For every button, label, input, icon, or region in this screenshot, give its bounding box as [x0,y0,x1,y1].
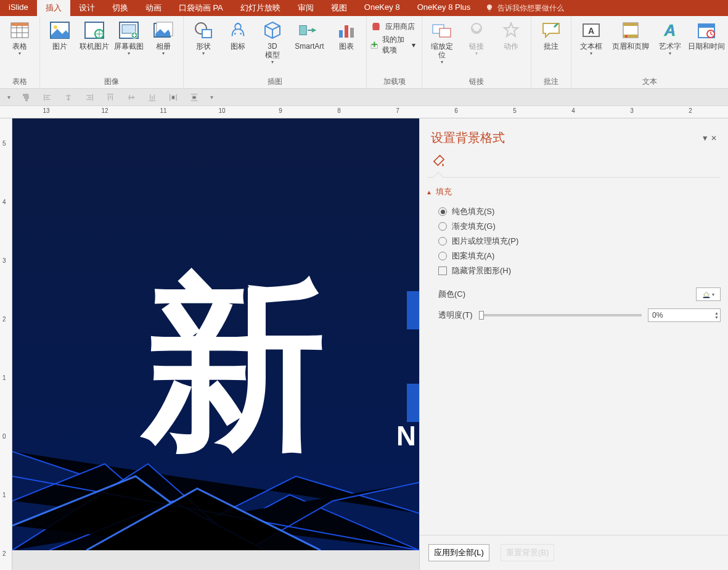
chevron-down-icon: ▾ [202,51,205,56]
headerfooter-button[interactable]: 页眉和页脚 [608,17,653,51]
album-icon [153,22,173,39]
picture-button[interactable]: 图片 [43,17,77,51]
zoom-label: 缩放定 位 [431,42,453,59]
slide-editing-area[interactable]: 新 N [12,118,419,570]
tab-view[interactable]: 视图 [322,0,356,16]
slide-sub-letter[interactable]: N [396,421,416,452]
ruler-num: 6 [454,107,458,114]
action-button: 动作 [494,17,528,51]
transparency-spinner[interactable]: 0% ▲▼ [648,308,721,322]
ribbon-tabs: iSlide 插入 设计 切换 动画 口袋动画 PA 幻灯片放映 审阅 视图 O… [0,0,728,16]
svg-rect-16 [202,30,211,38]
tab-review[interactable]: 审阅 [289,0,322,16]
wordart-label: 艺术字 [659,42,681,51]
vruler-num: 4 [2,199,6,205]
my-addins-label: 我的加载项 [382,35,408,56]
album-button[interactable]: 相册 ▾ [146,17,181,56]
transparency-label: 透明度(T) [438,310,473,321]
fill-section-header[interactable]: ▲ 填充 [420,178,728,202]
ruler-num: 7 [396,107,399,114]
align-center-h-icon[interactable] [63,93,73,102]
dist-v-icon[interactable] [189,93,199,102]
chevron-down-icon: ▾ [271,59,274,65]
slide-big-text[interactable]: 新 [142,242,322,492]
screenshot-label: 屏幕截图 [114,42,144,51]
ruler-horizontal[interactable]: 13 12 11 10 9 8 7 6 5 4 3 2 [0,106,728,118]
textbox-button[interactable]: A 文本框 ▾ [574,17,608,56]
picture-icon [50,22,70,39]
tab-insert[interactable]: 插入 [37,0,70,16]
transparency-slider[interactable] [479,314,642,316]
model3d-button[interactable]: 3D 模型 ▾ [255,17,290,65]
color-picker-button[interactable]: ▾ [696,287,721,301]
radio-pattern-fill[interactable]: 图案填充(A) [438,250,721,262]
tab-onekey8[interactable]: OneKey 8 [356,0,409,16]
dist-h-icon[interactable] [168,93,178,102]
tab-transitions[interactable]: 切换 [104,0,137,16]
align-bottom-icon[interactable] [147,93,157,102]
ruler-vertical[interactable]: 5 4 3 2 1 0 1 2 [0,118,12,570]
icons-button[interactable]: 图标 [221,17,255,51]
app-store-button[interactable]: 应用商店 [370,21,415,32]
radio-picture-label: 图片或纹理填充(P) [452,236,518,247]
align-left-icon[interactable] [43,93,52,102]
table-button[interactable]: 表格 ▾ [2,17,37,56]
chevron-up-icon[interactable]: ▲ [714,311,719,315]
svg-point-7 [54,25,57,29]
align-right-icon[interactable] [84,93,94,102]
slide-canvas[interactable]: 新 N [12,118,419,550]
datetime-button[interactable]: 日期和时间 [687,17,726,51]
align-toolbar: ▾ ▾ [0,89,728,106]
align-middle-v-icon[interactable] [126,93,136,102]
tab-pa[interactable]: 口袋动画 PA [170,0,232,16]
smartart-button[interactable]: SmartArt [290,17,329,51]
radio-solid-fill[interactable]: 纯色填充(S) [438,206,721,217]
chevron-down-icon[interactable]: ▼ [714,315,719,320]
picture-label: 图片 [52,42,67,51]
headerfooter-icon [621,22,640,39]
workarea: 5 4 3 2 1 0 1 2 [0,118,728,570]
group-tables: 表格 ▾ 表格 [0,16,40,88]
comment-button[interactable]: 批注 [534,17,568,51]
tab-islide[interactable]: iSlide [0,0,37,16]
vruler-num: 3 [2,257,6,264]
chart-button[interactable]: 图表 [329,17,364,51]
radio-picture-fill[interactable]: 图片或纹理填充(P) [438,236,721,247]
ruler-num: 12 [101,107,108,114]
wordart-button[interactable]: A 艺术字 ▾ [653,17,687,56]
my-addins-button[interactable]: 我的加载项 ▾ [370,35,415,56]
zoom-button[interactable]: 缩放定 位 ▾ [425,17,459,65]
ruler-num: 11 [160,107,166,114]
datetime-icon [697,22,716,39]
paint-bucket-icon[interactable] [431,152,447,168]
tab-onekey8plus[interactable]: OneKey 8 Plus [409,0,480,16]
svg-rect-22 [350,28,354,38]
comment-label: 批注 [544,42,558,51]
paint-format-icon[interactable] [22,93,31,102]
smartart-icon [299,22,320,39]
online-picture-icon [84,22,104,39]
tellme-search[interactable]: 告诉我你想要做什么 [479,0,564,16]
ruler-num: 13 [43,107,49,114]
align-top-icon[interactable] [105,93,115,102]
radio-gradient-fill[interactable]: 渐变填充(G) [438,221,721,232]
svg-rect-21 [345,25,348,38]
checkbox-hide-bg[interactable]: 隐藏背景图形(H) [438,265,721,276]
chevron-down-icon: ▾ [162,51,165,56]
table-icon [10,20,30,40]
transparency-value: 0% [652,311,663,320]
pane-collapse-button[interactable]: ▼ ✕ [701,134,717,142]
slider-thumb[interactable] [479,311,484,320]
tab-design[interactable]: 设计 [70,0,104,16]
datetime-label: 日期和时间 [688,42,725,51]
tab-slideshow[interactable]: 幻灯片放映 [232,0,289,16]
chevron-down-icon[interactable]: ▾ [210,94,213,101]
tab-animations[interactable]: 动画 [137,0,170,16]
screenshot-button[interactable]: 屏幕截图 ▾ [112,17,146,56]
group-title-links: 链接 [422,76,531,88]
vruler-num: 0 [2,433,6,440]
shapes-button[interactable]: 形状 ▾ [186,17,221,56]
online-picture-button[interactable]: 联机图片 [77,17,112,51]
apply-all-button[interactable]: 应用到全部(L) [428,544,489,561]
chevron-down-icon[interactable]: ▾ [7,94,10,101]
